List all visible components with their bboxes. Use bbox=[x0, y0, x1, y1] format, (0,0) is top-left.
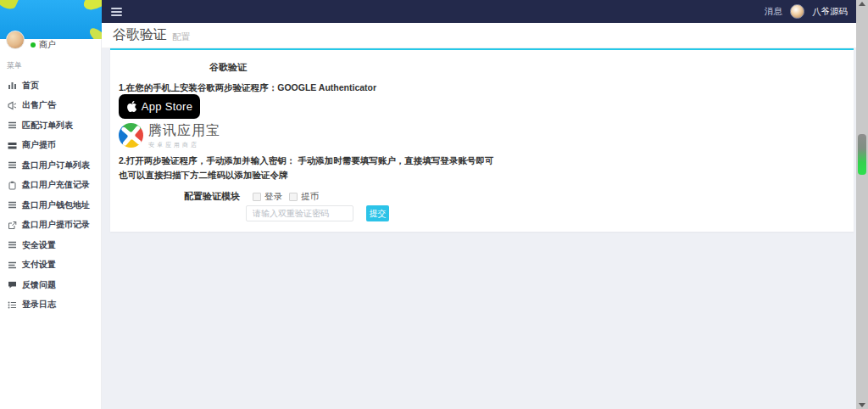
step1-instruction: 1.在您的手机上安装谷歌两步验证程序：GOOGLE Authenticator bbox=[119, 81, 376, 95]
user-avatar[interactable] bbox=[790, 4, 804, 19]
tencent-myapp-logo-icon bbox=[119, 123, 143, 148]
profile-role-label: 商户 bbox=[39, 39, 56, 51]
leaf-decoration bbox=[81, 0, 102, 14]
sidebar-item-login-log[interactable]: 登录日志 bbox=[0, 295, 102, 316]
menu-section-label: 菜单 bbox=[7, 60, 22, 71]
step2-instruction: 2.打开两步验证程序，手动添加并输入密钥： 手动添加时需要填写账户，直接填写登录… bbox=[119, 154, 502, 182]
scroll-up-icon[interactable] bbox=[859, 2, 865, 6]
chat-bubble-icon bbox=[8, 280, 17, 289]
sidebar: 商户 菜单 首页 出售广告 匹配订单列表 商户提币 盘口用户订单列表 bbox=[0, 0, 102, 409]
tencent-myapp-tagline: 安卓应用商店 bbox=[148, 141, 220, 149]
clipboard-icon bbox=[8, 181, 17, 190]
hamburger-menu-icon[interactable] bbox=[111, 6, 122, 18]
verify-module-row: 配置验证模块 登录 提币 bbox=[119, 190, 319, 203]
window-scrollbar[interactable] bbox=[856, 0, 868, 409]
tencent-myapp-text: 腾讯应用宝 安卓应用商店 bbox=[148, 123, 220, 149]
scroll-down-icon[interactable] bbox=[859, 403, 865, 407]
topbar-right: 消息 八爷源码 bbox=[765, 4, 856, 19]
sidebar-item-user-wallets[interactable]: 盘口用户钱包地址 bbox=[0, 195, 102, 216]
tencent-myapp-name: 腾讯应用宝 bbox=[148, 123, 220, 138]
sidebar-menu: 首页 出售广告 匹配订单列表 商户提币 盘口用户订单列表 盘口用户充值记录 bbox=[0, 76, 102, 315]
submit-button[interactable]: 提交 bbox=[366, 205, 389, 221]
google-auth-card: 谷歌验证 1.在您的手机上安装谷歌两步验证程序：GOOGLE Authentic… bbox=[110, 48, 854, 232]
page-title: 谷歌验证 bbox=[113, 26, 167, 44]
two-factor-password-input[interactable] bbox=[246, 205, 353, 221]
list-icon bbox=[8, 120, 17, 130]
messages-link[interactable]: 消息 bbox=[765, 6, 782, 18]
apple-logo-icon bbox=[126, 100, 137, 113]
sidebar-item-merchant-withdraw[interactable]: 商户提币 bbox=[0, 136, 102, 156]
content-area: 谷歌验证 1.在您的手机上安装谷歌两步验证程序：GOOGLE Authentic… bbox=[102, 48, 856, 409]
leaf-decoration bbox=[87, 25, 102, 39]
username-label[interactable]: 八爷源码 bbox=[812, 6, 848, 18]
list-icon bbox=[8, 261, 17, 270]
sidebar-item-security-settings[interactable]: 安全设置 bbox=[0, 235, 102, 255]
card-heading: 谷歌验证 bbox=[209, 61, 247, 74]
bank-card-icon bbox=[8, 141, 17, 150]
checkbox-unchecked-icon[interactable] bbox=[253, 193, 261, 201]
list-icon bbox=[8, 160, 17, 170]
profile-avatar[interactable] bbox=[6, 31, 25, 49]
checkbox-unchecked-icon[interactable] bbox=[289, 193, 298, 201]
app-store-badge[interactable]: App Store bbox=[119, 94, 200, 119]
sidebar-item-sell-ads[interactable]: 出售广告 bbox=[0, 96, 102, 116]
scrollbar-thumb[interactable] bbox=[858, 134, 866, 175]
admin-app: 商户 菜单 首页 出售广告 匹配订单列表 商户提币 盘口用户订单列表 bbox=[0, 0, 868, 409]
leaf-decoration bbox=[0, 0, 19, 12]
sidebar-item-user-withdrawals[interactable]: 盘口用户提币记录 bbox=[0, 216, 102, 236]
login-checkbox[interactable]: 登录 bbox=[253, 191, 282, 203]
list-icon bbox=[8, 240, 17, 249]
page-subtitle: 配置 bbox=[172, 31, 190, 43]
password-row: 提交 bbox=[119, 205, 389, 221]
external-link-icon bbox=[8, 221, 17, 230]
sidebar-item-home[interactable]: 首页 bbox=[0, 76, 102, 96]
sidebar-item-user-deposits[interactable]: 盘口用户充值记录 bbox=[0, 176, 102, 196]
bar-chart-icon bbox=[8, 81, 17, 90]
page-head: 谷歌验证 配置 bbox=[102, 23, 856, 48]
tencent-myapp-badge[interactable]: 腾讯应用宝 安卓应用商店 bbox=[119, 123, 220, 149]
sidebar-item-payment-settings[interactable]: 支付设置 bbox=[0, 255, 102, 276]
sidebar-item-user-orders[interactable]: 盘口用户订单列表 bbox=[0, 155, 102, 176]
megaphone-icon bbox=[8, 101, 17, 110]
withdraw-checkbox[interactable]: 提币 bbox=[289, 191, 319, 203]
profile-status-row: 商户 bbox=[31, 39, 56, 51]
verify-module-label: 配置验证模块 bbox=[119, 190, 240, 203]
list-icon bbox=[8, 200, 17, 210]
topbar: 消息 八爷源码 bbox=[102, 0, 856, 23]
sidebar-item-feedback[interactable]: 反馈问题 bbox=[0, 275, 102, 295]
app-store-label: App Store bbox=[142, 100, 193, 113]
verify-module-checkboxes: 登录 提币 bbox=[253, 191, 319, 203]
log-list-icon bbox=[8, 300, 17, 310]
online-status-dot bbox=[31, 42, 36, 48]
sidebar-item-matched-orders[interactable]: 匹配订单列表 bbox=[0, 115, 102, 136]
